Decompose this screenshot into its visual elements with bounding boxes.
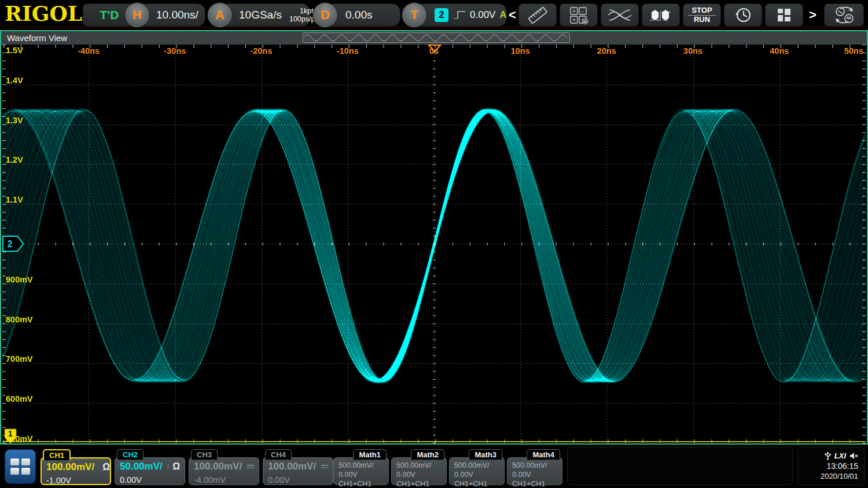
time-label: 40ns [770,46,789,56]
math-scale-value: 500.00mV/ [454,461,499,470]
acquire-key-label: A [215,8,225,23]
math-card-body: 500.00mV/0.00VCH1+CH1 [391,457,447,485]
trigger-position-marker[interactable] [427,44,442,53]
trigger-mode-label: A [499,10,506,20]
toolbar-scroll-right[interactable]: > [809,8,816,23]
trigger-source-badge: 2 [435,8,448,22]
channel-tab-ch3[interactable]: CH3 [191,449,218,460]
channel-card-body: 100.00mV/0.00V [263,457,333,485]
waveform-plot-area[interactable]: -40ns-30ns-20ns-10ns0s10ns20ns30ns40ns50… [2,45,866,444]
measure-tool-button[interactable] [518,3,557,27]
channel-card-body: 100.00mV/-4.00mV [189,457,259,485]
dc-coupling-icon [320,463,328,470]
math-expression: CH1+CH1 [454,479,499,488]
math-tab-math4[interactable]: Math4 [527,449,560,460]
math-expression: CH1+CH1 [396,479,442,488]
acquire-button[interactable]: 10GSa/s 1kpts 100ps/pt [220,3,310,27]
channel-card-ch3[interactable]: CH3100.00mV/-4.00mV [189,449,259,485]
math-tab-math1[interactable]: Math1 [353,449,387,460]
math-offset-value: 0.00V [339,470,384,479]
usb-icon [825,452,831,460]
windows-grid-icon [775,6,793,24]
svg-text:×: × [572,17,576,23]
svg-text:-: - [582,8,583,14]
channel-tab-ch4[interactable]: CH4 [265,449,292,460]
voltage-label: 600mV [6,394,33,403]
impedance-label: Ω [172,461,180,472]
menu-grid-button[interactable] [5,449,36,484]
channel-scale-value: 100.00mV/ [268,461,316,472]
channel2-marker-label: 2 [8,239,13,249]
channel-card-ch4[interactable]: CH4100.00mV/0.00V [263,449,333,485]
math-expression: CH1+CH1 [512,479,557,488]
top-bar: RIGOL T'D H 10.00ns/ A 10GSa/s 1kpts 100… [0,0,868,30]
math-card-body: 500.00mV/0.00VCH1+CH1 [507,457,562,485]
overview-sine-icon [303,33,569,42]
time-label: -40ns [78,46,100,56]
channel-card-ch1[interactable]: CH1100.00mV/Ω-1.00V [41,449,111,485]
trigger-key-label: T [410,8,418,23]
delay-key[interactable]: D [312,2,338,28]
math-tab-math2[interactable]: Math2 [411,449,444,460]
view-swap-icon [832,5,856,25]
utility-swap-button[interactable] [824,3,864,27]
horizontal-scale-value: 10.00ns/ [156,9,198,21]
channel1-marker-label: 1 [8,429,13,438]
ruler-icon [526,6,549,24]
impedance-label: Ω [102,462,110,472]
math-tool-button[interactable]: + - × ÷ M [560,3,598,27]
channel-scale-value: 100.00mV/ [194,461,242,472]
acquire-key[interactable]: A [207,2,233,28]
system-date: 2020/10/01 [821,472,858,480]
horizontal-key-label: H [133,8,142,23]
time-label: -10ns [337,46,359,56]
voltage-label: 1.2V [6,155,23,164]
time-label: 50ns [844,46,863,56]
voltage-label: 1.3V [6,116,23,125]
math-card-body: 500.00mV/0.00VCH1+CH1 [449,457,505,485]
trigger-key[interactable]: T [402,2,427,28]
run-label: RUN [694,16,710,24]
math-operators-icon: + - × ÷ M [569,6,589,24]
timebase-overview-bar[interactable] [303,32,570,43]
channel-tab-ch1[interactable]: CH1 [43,449,71,460]
math-scale-value: 500.00mV/ [396,461,442,470]
trigger-status-label: T'D [100,8,119,22]
horizontal-key[interactable]: H [124,2,150,28]
math-scale-value: 500.00mV/ [339,461,384,470]
speaker-muted-icon [849,452,858,460]
eye-jitter-tool-button[interactable] [601,3,639,27]
math-card-math4[interactable]: Math4500.00mV/0.00VCH1+CH1 [507,449,562,485]
voltage-label: 800mV [6,315,33,324]
channel1-clipped-trace [2,441,866,442]
math-card-math2[interactable]: Math2500.00mV/0.00VCH1+CH1 [391,449,447,485]
time-label: -20ns [251,46,273,56]
math-card-math1[interactable]: Math1500.00mV/0.00VCH1+CH1 [333,449,389,485]
histogram-tool-button[interactable] [642,3,680,27]
voltage-label: 1.1V [6,195,23,204]
rigol-logo: RIGOL [5,1,82,25]
menu-grid-icon [10,458,30,475]
history-tool-button[interactable] [724,3,762,27]
math-tab-math3[interactable]: Math3 [469,449,502,460]
trigger-settings-button[interactable]: 2 0.00V A [414,3,507,27]
channel-tab-ch2[interactable]: CH2 [117,449,144,460]
channel-offset-value: -4.00mV [194,475,254,485]
bottom-status-bar: CH1100.00mV/Ω-1.00VCH250.00mV/Ω0.00VCH31… [0,446,868,488]
channel-offset-value: 0.00V [268,475,328,485]
voltage-label: 900mV [6,275,33,284]
delay-key-label: D [321,8,330,23]
waveform-view-title: Waveform View [7,33,67,43]
delay-value: 0.00s [345,9,372,21]
windows-tool-button[interactable] [765,3,803,27]
channel-card-ch2[interactable]: CH250.00mV/Ω0.00V [115,449,185,485]
stop-run-button[interactable]: STOP RUN [683,3,721,27]
toolbar-scroll-left[interactable]: < [509,8,516,23]
waveform-canvas[interactable] [2,45,866,444]
voltage-label: 1.4V [6,76,23,85]
math-offset-value: 0.00V [512,470,557,479]
math-scale-value: 500.00mV/ [512,461,557,470]
channel-card-body: 100.00mV/Ω-1.00V [41,457,111,485]
math-card-math3[interactable]: Math3500.00mV/0.00VCH1+CH1 [449,449,505,485]
channel2-position-marker[interactable]: 2 [2,236,24,252]
